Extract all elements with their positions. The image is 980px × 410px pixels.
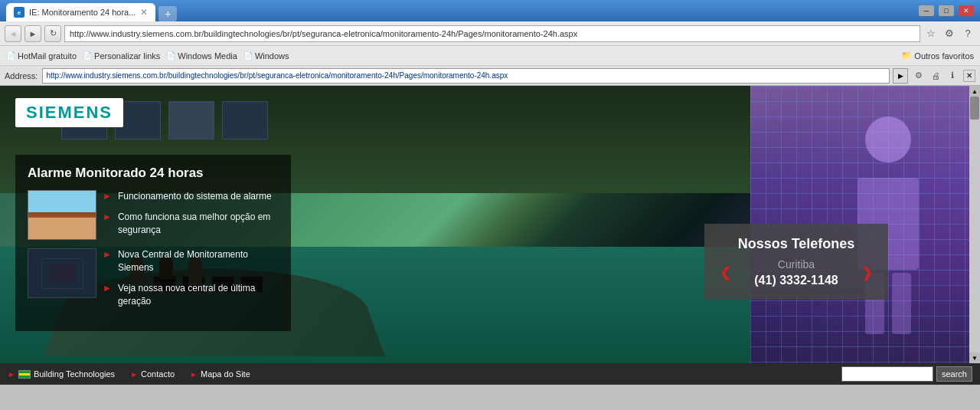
- bookmark-icon: 📄: [6, 51, 15, 60]
- bookmark-icon: 📄: [83, 51, 92, 60]
- panel-item-1: ► Funcionamento do sistema de alarme ► C…: [28, 190, 279, 241]
- footer-arrow-1: ►: [8, 370, 15, 379]
- footer-mapa-site[interactable]: ► Mapa do Site: [190, 369, 250, 379]
- close-bar-button[interactable]: ✕: [963, 70, 975, 82]
- panel-section-2: ► Nova Central de Monitoramento Siemens …: [28, 248, 279, 312]
- section2-links: ► Nova Central de Monitoramento Siemens …: [103, 248, 279, 312]
- siemens-logo: SIEMENS: [15, 98, 123, 127]
- window-controls: ─ □ ✕: [919, 5, 974, 16]
- search-button[interactable]: search: [936, 366, 972, 382]
- print-icon[interactable]: 🖨: [928, 68, 943, 84]
- bookmark-hotmail[interactable]: 📄 HotMail gratuito: [6, 51, 77, 61]
- browser-tab[interactable]: e IE: Monitoramento 24 hora... ✕: [6, 3, 155, 21]
- address-bar-wrapper: [64, 25, 920, 42]
- bookmarks-bar: 📄 HotMail gratuito 📄 Personalizar links …: [0, 46, 980, 66]
- favorites-button[interactable]: 📁 Outros favoritos: [901, 51, 974, 61]
- tab-favicon-icon: e: [14, 7, 24, 18]
- tools-icon-2[interactable]: ⚙: [911, 68, 926, 84]
- link-item-3: ► Nova Central de Monitoramento Siemens: [103, 248, 279, 274]
- footer-bar: ► Building Technologies ► Contacto ► Map…: [0, 363, 980, 385]
- info-icon[interactable]: ℹ: [945, 68, 960, 84]
- bookmark-windows-media[interactable]: 📄 Windows Media: [166, 51, 237, 61]
- scrollbar[interactable]: ▲ ▼: [969, 86, 980, 363]
- maximize-button[interactable]: □: [939, 5, 954, 16]
- link-text-3[interactable]: Nova Central de Monitoramento Siemens: [118, 248, 279, 274]
- bookmark-icon: 📄: [243, 51, 253, 60]
- phone-title: Nossos Telefones: [720, 236, 873, 252]
- nav-right-controls: ☆ ⚙ ?: [923, 26, 975, 41]
- arrow-icon-1: ►: [103, 191, 112, 202]
- tools-icon[interactable]: ⚙: [942, 26, 957, 41]
- tab-close-button[interactable]: ✕: [140, 7, 148, 18]
- link-item-1: ► Funcionamento do sistema de alarme: [103, 190, 279, 203]
- link-text-4[interactable]: Veja nossa nova central de última geraçã…: [118, 282, 279, 308]
- panel-title: Alarme Monitorado 24 horas: [28, 166, 279, 181]
- phone-number: (41) 3332-1148: [754, 274, 838, 287]
- folder-icon: 📁: [901, 51, 912, 61]
- address-bar-row: Address: ▶ ⚙ 🖨 ℹ ✕: [0, 66, 980, 86]
- panel-item-2: ► Nova Central de Monitoramento Siemens …: [28, 248, 279, 312]
- address-tools: ⚙ 🖨 ℹ: [911, 68, 960, 84]
- search-input[interactable]: [841, 366, 933, 382]
- bookmark-personalizar[interactable]: 📄 Personalizar links: [83, 51, 160, 61]
- link-item-2: ► Como funciona sua melhor opção em segu…: [103, 211, 279, 237]
- panel-section-1: ► Funcionamento do sistema de alarme ► C…: [28, 190, 279, 241]
- phone-box: Nossos Telefones ❮ Curitiba (41) 3332-11…: [704, 224, 888, 300]
- go-button[interactable]: ▶: [893, 68, 908, 84]
- section1-links: ► Funcionamento do sistema de alarme ► C…: [103, 190, 279, 241]
- brazil-flag-icon: [18, 370, 31, 379]
- footer-arrow-3: ►: [190, 370, 198, 379]
- scroll-down-button[interactable]: ▼: [969, 353, 980, 363]
- phone-navigation: ❮ Curitiba (41) 3332-1148 ❯: [720, 258, 873, 287]
- link-text-1[interactable]: Funcionamento do sistema de alarme: [118, 190, 272, 203]
- help-icon[interactable]: ?: [960, 26, 975, 41]
- arrow-icon-4: ►: [103, 283, 112, 294]
- address-input[interactable]: [42, 68, 890, 84]
- footer-contacto[interactable]: ► Contacto: [130, 369, 175, 379]
- phone-prev-button[interactable]: ❮: [720, 264, 731, 281]
- title-bar: e IE: Monitoramento 24 hora... ✕ + ─ □ ✕: [0, 0, 980, 21]
- forward-button[interactable]: ►: [24, 25, 41, 42]
- tab-bar: e IE: Monitoramento 24 hora... ✕ +: [6, 0, 177, 21]
- link-item-4: ► Veja nossa nova central de última gera…: [103, 282, 279, 308]
- phone-info: Curitiba (41) 3332-1148: [754, 258, 838, 287]
- navigation-bar: ◄ ► ↻ ☆ ⚙ ?: [0, 21, 980, 46]
- footer-arrow-2: ►: [130, 370, 138, 379]
- refresh-button[interactable]: ↻: [44, 25, 61, 42]
- scrollbar-thumb[interactable]: [970, 97, 979, 120]
- back-button[interactable]: ◄: [5, 25, 21, 42]
- monitor-thumbnail: [28, 248, 96, 298]
- minimize-button[interactable]: ─: [919, 5, 934, 16]
- new-tab-button[interactable]: +: [158, 6, 177, 21]
- url-input[interactable]: [64, 25, 920, 42]
- search-area: search: [841, 366, 972, 382]
- close-button[interactable]: ✕: [959, 5, 974, 16]
- address-label: Address:: [5, 71, 38, 80]
- scroll-up-button[interactable]: ▲: [969, 86, 980, 97]
- house-thumbnail: [28, 190, 96, 240]
- content-area: SIEMENS Alarme Monitorado 24 horas ► Fun…: [0, 86, 980, 385]
- bookmark-icon: 📄: [166, 51, 175, 60]
- arrow-icon-2: ►: [103, 212, 112, 222]
- siemens-brand-text: SIEMENS: [26, 103, 113, 122]
- phone-city: Curitiba: [754, 258, 838, 271]
- bookmark-windows[interactable]: 📄 Windows: [243, 51, 289, 61]
- arrow-icon-3: ►: [103, 249, 112, 260]
- star-icon[interactable]: ☆: [923, 26, 939, 41]
- link-text-2[interactable]: Como funciona sua melhor opção em segura…: [118, 211, 279, 237]
- tab-title: IE: Monitoramento 24 hora...: [29, 8, 136, 17]
- phone-next-button[interactable]: ❯: [861, 264, 873, 281]
- left-content-panel: Alarme Monitorado 24 horas ► Funcionamen…: [15, 155, 291, 331]
- footer-building-technologies[interactable]: ► Building Technologies: [8, 369, 115, 379]
